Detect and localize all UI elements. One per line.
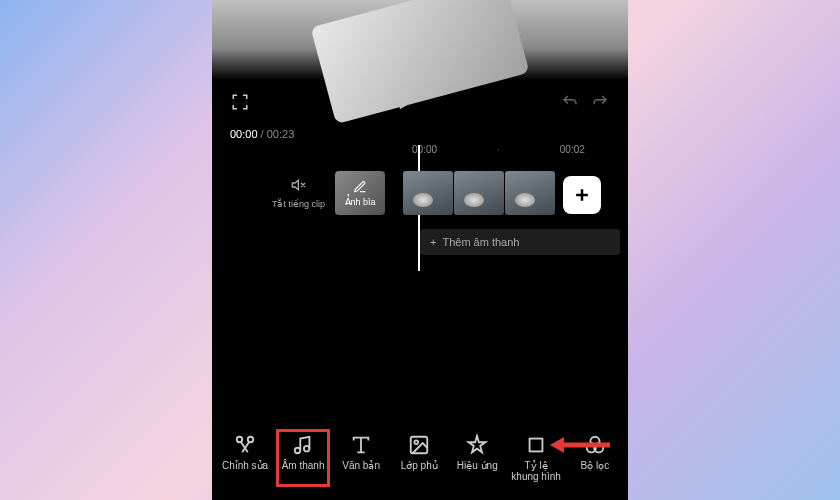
- tool-edit[interactable]: Chỉnh sửa: [219, 430, 271, 486]
- tool-label: Hiệu ứng: [457, 460, 498, 471]
- undo-button[interactable]: [560, 92, 580, 112]
- clip-track[interactable]: [403, 171, 555, 215]
- bottom-toolbar: Chỉnh sửa Âm thanh Văn bản Lớp phủ Hiệu …: [212, 422, 628, 500]
- tool-effects[interactable]: Hiệu ứng: [451, 430, 503, 486]
- clip-thumbnail[interactable]: [505, 171, 555, 215]
- tool-overlay[interactable]: Lớp phủ: [393, 430, 445, 486]
- timecode: 00:00 / 00:23: [212, 124, 628, 144]
- video-editor-app: 00:00 / 00:23 00:00 · 00:02 · 00 Tắt tiế…: [212, 0, 628, 500]
- tool-label: Tỷ lệ khung hình: [511, 460, 561, 482]
- add-clip-button[interactable]: [563, 176, 601, 214]
- redo-button[interactable]: [590, 92, 610, 112]
- clip-thumbnail[interactable]: [403, 171, 453, 215]
- cover-label: Ảnh bìa: [345, 197, 376, 207]
- plus-icon: +: [430, 236, 436, 248]
- cover-thumbnail[interactable]: Ảnh bìa: [335, 171, 385, 215]
- tool-text[interactable]: Văn bản: [335, 430, 387, 486]
- svg-point-3: [295, 448, 301, 454]
- tool-label: Văn bản: [342, 460, 380, 471]
- tool-filter[interactable]: Bộ lọc: [569, 430, 621, 486]
- svg-rect-7: [530, 439, 543, 452]
- tool-ratio[interactable]: Tỷ lệ khung hình: [509, 430, 563, 486]
- add-audio-button[interactable]: + Thêm âm thanh: [420, 229, 620, 255]
- clip-thumbnail[interactable]: [454, 171, 504, 215]
- add-audio-label: Thêm âm thanh: [442, 236, 519, 248]
- current-time: 00:00: [230, 128, 258, 140]
- timeline[interactable]: Tắt tiếng clip Ảnh bìa: [212, 165, 628, 221]
- tool-audio[interactable]: Âm thanh: [277, 430, 329, 486]
- tool-label: Âm thanh: [282, 460, 325, 471]
- fullscreen-icon[interactable]: [230, 92, 250, 112]
- svg-point-4: [304, 446, 310, 452]
- video-preview[interactable]: [212, 0, 628, 80]
- tool-label: Lớp phủ: [401, 460, 438, 471]
- total-time: 00:23: [267, 128, 295, 140]
- timeline-ruler: 00:00 · 00:02 · 00: [212, 144, 628, 165]
- tool-label: Bộ lọc: [581, 460, 610, 471]
- mute-clip-button[interactable]: Tắt tiếng clip: [272, 177, 325, 209]
- tool-label: Chỉnh sửa: [222, 460, 268, 471]
- svg-point-6: [415, 440, 419, 444]
- mute-clip-label: Tắt tiếng clip: [272, 199, 325, 209]
